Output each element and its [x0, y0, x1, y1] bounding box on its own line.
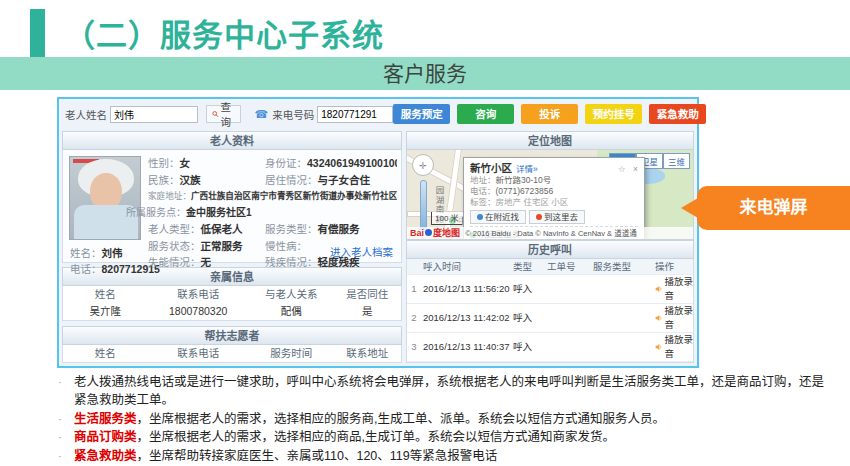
field-value: 汉族 — [180, 174, 201, 186]
caller-number-input[interactable] — [317, 106, 393, 123]
phone-icon: ☎ — [255, 108, 269, 121]
col-service-type: 服务类型 — [593, 259, 649, 274]
map-header: 定位地图 — [406, 131, 694, 150]
history-row: 2 2016/12/13 11:42:02 呼入 播放录音 — [407, 304, 693, 333]
call-toolbar: 老人姓名 查询 ☎ 来电号码 服务预定 咨询 投诉 预约挂号 紧急救助 — [63, 102, 694, 126]
field-value: 43240619491001002 — [307, 157, 397, 169]
baidu-paw-icon — [425, 229, 432, 236]
family-phone: 1800780320 — [148, 303, 249, 320]
field-label: 服务类型： — [265, 223, 318, 235]
note-text: 老人拨通热线电话或是进行一键求助，呼叫中心系统将会电弹屏，系统根据老人的来电呼叫… — [74, 375, 824, 407]
elder-info-panel: 老人资料 姓名：刘伟 电话：8207712915 性别：女 身份证：432406… — [62, 131, 402, 363]
bullet-marker: · — [58, 429, 74, 447]
location-map[interactable]: ✛ 园湖南路 中国农业银行 光大银行 新竹 地图 卫星 三维 新竹小区 — [406, 150, 694, 240]
col-service-time: 服务时间 — [249, 345, 334, 362]
emergency-button[interactable]: 紧急救助 — [649, 104, 706, 124]
popup-place-name: 新竹小区 — [470, 162, 512, 174]
elder-name-label: 老人姓名 — [65, 107, 107, 122]
app-screenshot: 老人姓名 查询 ☎ 来电号码 服务预定 咨询 投诉 预约挂号 紧急救助 老人资料 — [57, 97, 699, 368]
note-lead: 紧急救助类 — [74, 449, 137, 463]
speaker-icon — [655, 313, 663, 323]
map-compass-control[interactable]: ✛ — [412, 154, 434, 176]
service-reserve-button[interactable]: 服务预定 — [393, 104, 450, 124]
popup-addr-value: 新竹路30-10号 — [496, 175, 552, 185]
col-address: 联系地址 — [333, 345, 401, 362]
field-label: 慢性病： — [265, 240, 307, 252]
play-recording-button[interactable]: 播放录音 — [649, 275, 693, 303]
family-name: 吴亣隆 — [63, 303, 148, 320]
col-name: 姓名 — [63, 345, 148, 362]
map-scale: 100 米 — [431, 212, 462, 225]
volunteer-header: 帮扶志愿者 — [62, 326, 402, 345]
col-relation: 与老人关系 — [249, 286, 334, 303]
field-label: 老人类型： — [148, 223, 201, 235]
volunteer-table-header: 姓名 联系电话 服务时间 联系地址 — [63, 345, 401, 362]
col-action: 操作 — [649, 259, 693, 274]
appointment-button[interactable]: 预约挂号 — [585, 104, 642, 124]
col-order-no: 工单号 — [547, 259, 593, 274]
note-text: ，坐席根据老人的需求，选择相应的商品,生成订单。系统会以短信方式通知商家发货。 — [137, 430, 615, 444]
map-type-3d[interactable]: 三维 — [663, 153, 690, 169]
col-phone: 联系电话 — [148, 286, 249, 303]
popup-detail-link[interactable]: 详情» — [516, 163, 538, 175]
note-text: ，坐席帮助转接家庭医生、亲属或110、120、119等紧急报警电话 — [137, 449, 498, 463]
col-call-time: 呼入时间 — [421, 259, 513, 274]
popup-tags-label: 标签： — [470, 197, 496, 207]
note-text: ，坐席根据老人的需求，选择相应的服务商,生成工单、派单。系统会以短信方式通知服务… — [137, 412, 665, 426]
bullet-marker: · — [58, 448, 74, 466]
field-label: 服务状态： — [148, 240, 201, 252]
popup-tab-search-nearby[interactable]: 在附近找 — [470, 210, 526, 224]
elder-photo — [69, 156, 141, 240]
action-buttons: 服务预定 咨询 投诉 预约挂号 紧急救助 — [393, 104, 706, 124]
map-zoom-slider[interactable] — [420, 180, 427, 232]
slide: （二）服务中心子系统 客户服务 老人姓名 查询 ☎ 来电号码 服务预定 咨询 投… — [0, 0, 850, 466]
elder-profile: 姓名：刘伟 电话：8207712915 性别：女 身份证：43240619491… — [62, 150, 402, 263]
field-value: 低保老人 — [201, 223, 243, 235]
caller-number-label: 来电号码 — [272, 107, 314, 122]
family-table-row: 吴亣隆 1800780320 配偶 是 — [63, 303, 401, 320]
field-value: 无 — [201, 256, 212, 268]
attribution-text: © 2016 Baidu - Data © NavInfo & CenNav &… — [465, 229, 637, 238]
family-table: 姓名 联系电话 与老人关系 是否同住 吴亣隆 1800780320 配偶 是 — [62, 286, 402, 321]
play-recording-button[interactable]: 播放录音 — [649, 333, 693, 361]
popup-close-icon[interactable]: × — [633, 164, 638, 174]
bullet-marker: · — [58, 374, 74, 410]
call-history-header: 历史呼叫 — [406, 240, 694, 259]
col-name: 姓名 — [63, 286, 148, 303]
popup-addr-label: 地址： — [470, 175, 496, 185]
volunteer-table: 姓名 联系电话 服务时间 联系地址 — [62, 345, 402, 363]
note-item: · 紧急救助类，坐席帮助转接家庭医生、亲属或110、120、119等紧急报警电话 — [58, 448, 832, 466]
field-label: 残疾情况： — [265, 256, 318, 268]
address-value: 广西壮族自治区南宁市青秀区新竹街道办事处新竹社区居委会 — [191, 191, 397, 201]
popup-favorite-icon[interactable]: ☆ — [618, 164, 626, 174]
play-recording-button[interactable]: 播放录音 — [649, 304, 693, 332]
elder-info-header: 老人资料 — [62, 131, 402, 150]
photo-phone-label: 电话： — [70, 263, 102, 275]
consult-button[interactable]: 咨询 — [457, 104, 514, 124]
destination-pin-icon — [536, 214, 542, 220]
field-value: 正常服务 — [201, 240, 243, 252]
elder-name-input[interactable] — [110, 106, 198, 123]
baidu-logo: Bai — [410, 228, 424, 238]
history-table-header: 呼入时间 类型 工单号 服务类型 操作 — [407, 259, 693, 275]
enter-archive-link[interactable]: 进入老人档案 — [330, 244, 393, 259]
note-item: · 生活服务类，坐席根据老人的需求，选择相应的服务商,生成工单、派单。系统会以短… — [58, 411, 832, 429]
field-value: 与子女合住 — [318, 174, 371, 186]
family-relation: 配偶 — [249, 303, 334, 320]
popup-tab-go-here[interactable]: 到这里去 — [529, 210, 585, 224]
field-label: 身份证： — [265, 157, 307, 169]
col-type: 类型 — [513, 259, 547, 274]
photo-name-value: 刘伟 — [102, 247, 123, 259]
col-phone: 联系电话 — [148, 345, 249, 362]
note-lead: 商品订购类 — [74, 430, 137, 444]
search-icon — [212, 109, 219, 119]
page-title: （二）服务中心子系统 — [64, 10, 384, 55]
field-label: 民族： — [148, 174, 180, 186]
bullet-marker: · — [58, 411, 74, 429]
popup-tel-value: (0771)6723856 — [496, 186, 554, 196]
search-button[interactable]: 查询 — [206, 105, 241, 123]
complaint-button[interactable]: 投诉 — [521, 104, 578, 124]
map-panel: 定位地图 ✛ 园湖南路 中国农业银行 光大银行 新竹 地图 卫星 三维 — [406, 131, 694, 363]
history-row: 1 2016/12/13 11:56:20 呼入 播放录音 — [407, 275, 693, 304]
field-label: 失能情况： — [148, 256, 201, 268]
